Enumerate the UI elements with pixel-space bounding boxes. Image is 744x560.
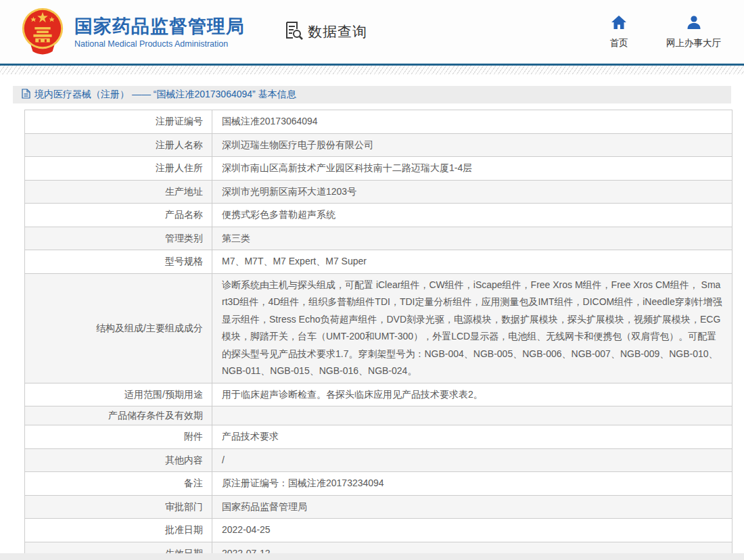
data-query-tab[interactable]: 数据查询: [284, 21, 367, 43]
nav-online-hall-label: 网上办事大厅: [666, 37, 721, 49]
row-value: /: [212, 448, 733, 472]
site-header: 国家药品监督管理局 National Medical Products Admi…: [0, 0, 744, 64]
user-icon: [686, 15, 702, 32]
footer-band: [0, 553, 744, 560]
row-value: 诊断系统由主机与探头组成，可配置 iClear组件，CW组件，iScape组件，…: [212, 273, 733, 383]
table-row: 注册人住所深圳市南山区高新技术产业园区科技南十二路迈瑞大厦1-4层: [25, 157, 733, 181]
row-value: M7、M7T、M7 Expert、M7 Super: [212, 250, 733, 274]
document-icon: [22, 89, 30, 101]
data-query-icon: [284, 21, 303, 43]
row-label: 批准日期: [25, 519, 212, 542]
org-name-cn: 国家药品监督管理局: [74, 16, 245, 37]
row-value: 国家药品监督管理局: [212, 495, 733, 519]
row-label: 注册人名称: [25, 133, 212, 157]
row-label: 产品储存条件及有效期: [25, 406, 212, 425]
row-label: 注册证编号: [25, 110, 212, 134]
row-value: 国械注准20173064094: [212, 110, 733, 134]
row-label: 附件: [25, 425, 212, 449]
home-icon: [611, 15, 627, 32]
row-label: 生产地址: [25, 180, 212, 204]
table-row: 批准日期2022-04-25: [25, 519, 733, 542]
page: 国家药品监督管理局 National Medical Products Admi…: [0, 0, 744, 560]
row-label: 结构及组成/主要组成成分: [25, 273, 212, 383]
table-row: 型号规格M7、M7T、M7 Expert、M7 Super: [25, 250, 733, 274]
top-nav: 首页 网上办事大厅: [600, 15, 721, 49]
row-value: [212, 406, 733, 425]
table-row: 结构及组成/主要组成成分诊断系统由主机与探头组成，可配置 iClear组件，CW…: [25, 273, 733, 383]
table-row: 其他内容/: [25, 448, 733, 472]
table-row: 附件产品技术要求: [25, 425, 733, 449]
row-value: 产品技术要求: [212, 425, 733, 449]
table-row: 生产地址深圳市光明新区南环大道1203号: [25, 180, 733, 204]
row-value: 深圳市南山区高新技术产业园区科技南十二路迈瑞大厦1-4层: [212, 157, 733, 181]
row-label: 备注: [25, 472, 212, 496]
table-row: 注册人名称深圳迈瑞生物医疗电子股份有限公司: [25, 133, 733, 157]
row-value: 第三类: [212, 227, 733, 250]
row-label: 适用范围/预期用途: [25, 383, 212, 406]
table-row: 产品储存条件及有效期: [25, 406, 733, 425]
row-value: 便携式彩色多普勒超声系统: [212, 204, 733, 227]
row-label: 审批部门: [25, 495, 212, 519]
row-label: 注册人住所: [25, 157, 212, 181]
nav-home[interactable]: 首页: [600, 15, 638, 49]
row-value: 2022-04-25: [212, 519, 733, 542]
row-label: 管理类别: [25, 227, 212, 250]
hatched-band: [0, 66, 744, 74]
table-row: 产品名称便携式彩色多普勒超声系统: [25, 204, 733, 227]
table-row: 适用范围/预期用途用于临床超声诊断检查。各探头临床应用见产品技术要求表2。: [25, 383, 733, 406]
org-name-en: National Medical Products Administration: [74, 39, 245, 49]
breadcrumb: 境内医疗器械（注册） —— “国械注准20173064094” 基本信息: [13, 86, 731, 103]
table-row: 审批部门国家药品监督管理局: [25, 495, 733, 519]
national-emblem-icon: [19, 5, 66, 58]
row-value: 用于临床超声诊断检查。各探头临床应用见产品技术要求表2。: [212, 383, 733, 406]
row-value: 原注册证编号：国械注准20173234094: [212, 472, 733, 496]
row-value: 深圳迈瑞生物医疗电子股份有限公司: [212, 133, 733, 157]
row-label: 其他内容: [25, 448, 212, 472]
breadcrumb-text: 境内医疗器械（注册） —— “国械注准20173064094” 基本信息: [34, 89, 296, 101]
table-row: 备注原注册证编号：国械注准20173234094: [25, 472, 733, 496]
row-value: 深圳市光明新区南环大道1203号: [212, 180, 733, 204]
nmpa-logo-link[interactable]: 国家药品监督管理局 National Medical Products Admi…: [19, 5, 245, 58]
row-label: 型号规格: [25, 250, 212, 274]
row-label: 产品名称: [25, 204, 212, 227]
nav-online-hall[interactable]: 网上办事大厅: [666, 15, 721, 49]
data-query-label: 数据查询: [308, 22, 367, 41]
table-row: 管理类别第三类: [25, 227, 733, 250]
table-row: 注册证编号国械注准20173064094: [25, 110, 733, 134]
nav-home-label: 首页: [610, 37, 628, 49]
brand-text: 国家药品监督管理局 National Medical Products Admi…: [74, 16, 245, 49]
info-table: 注册证编号国械注准20173064094注册人名称深圳迈瑞生物医疗电子股份有限公…: [24, 110, 733, 560]
